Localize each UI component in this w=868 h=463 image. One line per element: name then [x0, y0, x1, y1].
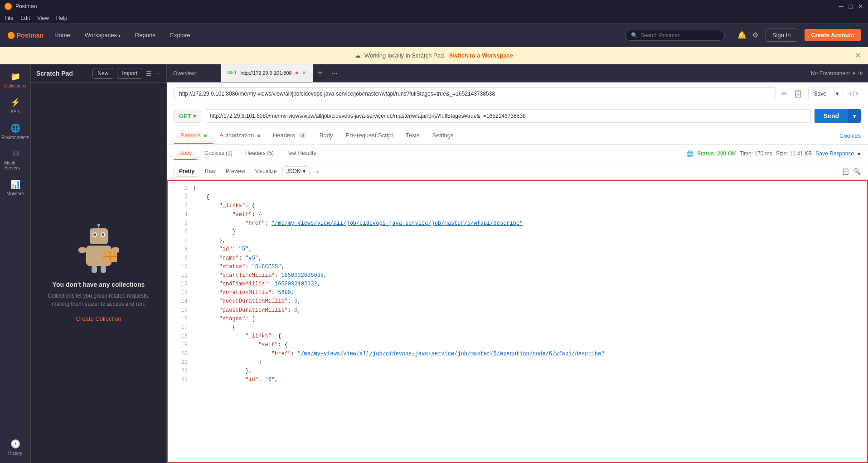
json-format-selector[interactable]: JSON ▾	[282, 166, 310, 176]
nav-workspaces[interactable]: Workspaces	[81, 30, 124, 40]
env-eye-btn[interactable]: 👁	[858, 70, 863, 77]
save-response-dropdown[interactable]: ▾	[858, 150, 861, 157]
tab-more-btn[interactable]: ···	[327, 64, 342, 82]
sidebar-label-collections: Collections	[4, 83, 26, 88]
sidebar-item-monitors[interactable]: 📊 Monitors	[2, 176, 29, 200]
menu-file[interactable]: File	[5, 15, 13, 21]
sidebar-label-history: History	[8, 451, 22, 456]
resp-test-results-label: Test Results	[286, 150, 316, 156]
full-url-input[interactable]	[174, 87, 776, 100]
resp-tab-test-results[interactable]: Test Results	[281, 147, 321, 160]
maximize-btn[interactable]: □	[849, 3, 853, 10]
resp-tab-headers[interactable]: Headers (5)	[240, 147, 279, 160]
fmt-tab-visualize[interactable]: Visualize	[251, 166, 281, 176]
search-icon: 🔍	[631, 32, 638, 39]
titlebar: 🟠 Postman ─ □ ✕	[0, 0, 868, 13]
fmt-tab-raw[interactable]: Raw	[200, 166, 220, 176]
app-icon: 🟠	[5, 3, 12, 10]
save-dropdown-btn[interactable]: ▾	[832, 87, 843, 100]
nav-reports[interactable]: Reports	[131, 30, 160, 40]
new-button[interactable]: New	[92, 68, 113, 79]
create-account-button[interactable]: Create Account	[805, 29, 861, 41]
tab-pre-request[interactable]: Pre-request Script	[339, 127, 399, 144]
sidebar-item-apis[interactable]: ⚡ APIs	[2, 94, 29, 118]
auth-label: Authorization	[219, 132, 254, 139]
tab-tests[interactable]: Tests	[399, 127, 426, 144]
menubar: File Edit View Help	[0, 13, 868, 24]
copy-url-btn[interactable]: 📋	[792, 87, 805, 100]
tab-close-btn[interactable]: ✕	[302, 70, 306, 76]
tab-settings[interactable]: Settings	[426, 127, 460, 144]
svg-point-3	[93, 233, 96, 236]
json-line-22: 22 },	[168, 367, 867, 376]
search-input[interactable]	[640, 32, 713, 39]
save-response-btn[interactable]: Save Response	[815, 150, 854, 157]
left-panel-header: Scratch Pad New Import ☰ ···	[31, 64, 166, 83]
banner-icon: ☁	[355, 52, 361, 59]
method-selector[interactable]: GET ▾	[174, 110, 201, 123]
json-line-15: 15 "pauseDurationMillis": 0,	[168, 306, 867, 315]
response-meta: 🌐 Status: 200 OK Time: 170 ms Size: 11.4…	[686, 150, 861, 157]
fmt-tab-pretty[interactable]: Pretty	[174, 166, 199, 177]
import-button[interactable]: Import	[117, 68, 142, 79]
tab-headers[interactable]: Headers 8	[267, 127, 313, 144]
resp-tab-body[interactable]: Body	[174, 147, 197, 160]
menu-edit[interactable]: Edit	[20, 15, 30, 21]
minimize-btn[interactable]: ─	[839, 3, 844, 10]
sidebar-item-collections[interactable]: 📁 Collections	[2, 68, 29, 92]
copy-response-btn[interactable]: 📋	[842, 168, 849, 175]
add-tab-btn[interactable]: +	[313, 64, 327, 82]
send-button[interactable]: Send	[815, 109, 848, 123]
json-line-10: 10 "status": "SUCCESS",	[168, 263, 867, 271]
resp-headers-label: Headers (5)	[245, 150, 274, 156]
search-response-btn[interactable]: 🔍	[853, 168, 861, 175]
json-line-12: 12 "endTimeMillis": 1650032102332,	[168, 280, 867, 289]
json-line-11: 11 "startTimeMillis": 1650032096633,	[168, 271, 867, 280]
tab-params[interactable]: Params	[174, 127, 213, 144]
settings-btn[interactable]: ⚙	[752, 31, 758, 39]
json-line-6: 6 }	[168, 228, 867, 236]
notification-btn[interactable]: 🔔	[737, 31, 747, 39]
tab-authorization[interactable]: Authorization	[213, 127, 267, 144]
pre-request-label: Pre-request Script	[345, 132, 393, 139]
fmt-tab-preview[interactable]: Preview	[221, 166, 250, 176]
sidebar-item-mock-servers[interactable]: 🖥 Mock Servers	[2, 145, 29, 174]
overview-tab[interactable]: Overview	[167, 64, 221, 82]
menu-help[interactable]: Help	[56, 15, 68, 21]
resp-tab-cookies[interactable]: Cookies (1)	[199, 147, 238, 160]
edit-url-btn[interactable]: ✏	[780, 87, 789, 100]
menu-view[interactable]: View	[37, 15, 49, 21]
code-btn[interactable]: </>	[847, 88, 861, 100]
nav-explore[interactable]: Explore	[166, 30, 194, 40]
more-options-btn[interactable]: ···	[155, 70, 161, 77]
titlebar-title: Postman	[15, 3, 835, 10]
search-bar[interactable]: 🔍	[625, 30, 725, 41]
sign-in-button[interactable]: Sign In	[766, 29, 797, 42]
format-actions: 📋 🔍	[842, 168, 861, 175]
url-bar-actions: ✏ 📋	[780, 87, 805, 100]
tabs-bar: Overview GET http://172.29.9.101:808 ✕ +…	[167, 64, 868, 82]
mock-servers-icon: 🖥	[11, 149, 19, 159]
wrap-lines-btn[interactable]: ⇒	[314, 168, 319, 175]
environment-selector[interactable]: No Environment ▾ 👁	[806, 64, 868, 82]
request-url-input[interactable]	[205, 109, 811, 123]
switch-workspace-link[interactable]: Switch to a Workspace	[449, 52, 513, 59]
json-line-2: 2 {	[168, 193, 867, 202]
create-collection-link[interactable]: Create Collection	[76, 315, 121, 322]
auth-active-dot	[257, 135, 260, 137]
tab-body[interactable]: Body	[313, 127, 339, 144]
format-tabs: Pretty Raw Preview Visualize JSON ▾ ⇒ 📋 …	[167, 163, 868, 180]
send-dropdown-btn[interactable]: ▾	[848, 109, 861, 123]
active-request-tab[interactable]: GET http://172.29.9.101:808 ✕	[221, 64, 313, 82]
banner-close-btn[interactable]: ✕	[855, 51, 861, 60]
no-env-label: No Environment	[811, 70, 850, 77]
sidebar-item-environments[interactable]: 🌐 Environments	[2, 120, 29, 144]
nav-home[interactable]: Home	[51, 30, 74, 40]
cookies-link[interactable]: Cookies	[839, 132, 861, 139]
sidebar-item-history[interactable]: 🕐 History	[2, 435, 29, 459]
close-btn[interactable]: ✕	[858, 3, 863, 10]
filter-btn[interactable]: ☰	[146, 70, 152, 77]
json-line-16: 16 "stages": [	[168, 315, 867, 323]
method-label: GET	[179, 113, 191, 120]
save-button[interactable]: Save	[809, 87, 832, 100]
